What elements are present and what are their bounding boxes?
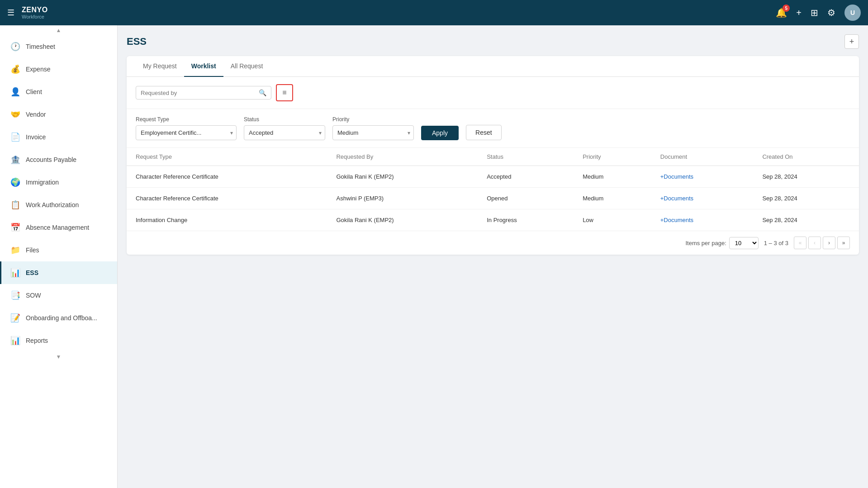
cell-priority: Medium [574,166,651,188]
priority-filter-group: Priority Medium Low High [332,116,414,140]
app-header: ☰ ZENYO Workforce 🔔 5 + ⊞ ⚙ U [0,0,868,25]
sidebar-item-label-absence-management: Absence Management [26,224,89,231]
items-per-page-group: Items per page: 10 5 25 50 [685,237,758,249]
sidebar-item-label-files: Files [26,246,39,254]
cell-document[interactable]: +Documents [651,209,754,231]
sidebar-scroll-up[interactable]: ▲ [0,25,117,35]
sidebar-item-onboarding[interactable]: 📝 Onboarding and Offboa... [0,307,117,329]
table-container: Request Type Requested By Status Priorit… [127,148,859,231]
first-page-button[interactable]: « [794,237,806,249]
table-row: Character Reference Certificate Gokila R… [127,166,859,188]
timesheet-icon: 🕐 [10,42,20,52]
sidebar-item-label-work-authorization: Work Authorization [26,201,79,208]
sidebar-item-absence-management[interactable]: 📅 Absence Management [0,216,117,239]
request-type-select[interactable]: Employement Certific... Character Refere… [136,125,237,140]
tab-worklist[interactable]: Worklist [184,56,223,77]
grid-icon[interactable]: ⊞ [811,7,818,18]
invoice-icon: 📄 [10,132,20,142]
prev-page-button[interactable]: ‹ [808,237,821,249]
search-filter-row: 🔍 ≡ [127,77,859,109]
sidebar-item-expense[interactable]: 💰 Expense [0,58,117,81]
col-request-type: Request Type [127,148,327,166]
table-header: Request Type Requested By Status Priorit… [127,148,859,166]
page-header: ESS + [127,34,859,49]
main-content: ESS + My Request Worklist All Request 🔍 … [118,25,868,488]
cell-created-on: Sep 28, 2024 [753,209,859,231]
sidebar-item-invoice[interactable]: 📄 Invoice [0,126,117,148]
reset-button[interactable]: Reset [466,125,502,140]
sidebar-item-work-authorization[interactable]: 📋 Work Authorization [0,194,117,216]
status-select[interactable]: Accepted Opened In Progress Rejected [244,125,325,140]
immigration-icon: 🌍 [10,177,20,187]
sidebar-item-sow[interactable]: 📑 SOW [0,284,117,307]
sidebar-item-label-invoice: Invoice [26,133,46,141]
sidebar-item-label-client: Client [26,88,42,95]
col-created-on: Created On [753,148,859,166]
avatar[interactable]: U [844,5,861,21]
search-box[interactable]: 🔍 [136,86,271,99]
filter-icon: ≡ [282,89,286,97]
last-page-button[interactable]: » [837,237,850,249]
page-info: 1 – 3 of 3 [764,240,788,246]
client-icon: 👤 [10,87,20,97]
sidebar-item-accounts-payable[interactable]: 🏦 Accounts Payable [0,148,117,171]
cell-status: Accepted [478,166,574,188]
sidebar-item-label-accounts-payable: Accounts Payable [26,156,76,163]
cell-document[interactable]: +Documents [651,166,754,188]
sidebar-scroll-down[interactable]: ▼ [0,352,117,362]
sidebar-item-label-onboarding: Onboarding and Offboa... [26,314,97,322]
col-requested-by: Requested By [327,148,478,166]
cell-status: In Progress [478,209,574,231]
cell-request-type: Character Reference Certificate [127,166,327,188]
col-document: Document [651,148,754,166]
header-right: 🔔 5 + ⊞ ⚙ U [776,5,861,21]
sidebar-item-ess[interactable]: 📊 ESS [0,261,117,284]
settings-icon[interactable]: ⚙ [827,7,835,18]
items-per-page-label: Items per page: [685,240,726,246]
work-auth-icon: 📋 [10,200,20,210]
items-per-page-select[interactable]: 10 5 25 50 [729,237,759,249]
cell-document[interactable]: +Documents [651,188,754,209]
sidebar-item-reports[interactable]: 📊 Reports [0,329,117,352]
cell-created-on: Sep 28, 2024 [753,188,859,209]
files-icon: 📁 [10,245,20,255]
cell-requested-by: Gokila Rani K (EMP2) [327,209,478,231]
add-button-header[interactable]: + [796,8,802,18]
main-layout: ▲ 🕐 Timesheet 💰 Expense 👤 Client 🤝 Vendo… [0,25,868,488]
pagination: Items per page: 10 5 25 50 1 – 3 of 3 « … [127,231,859,255]
logo-text: ZENYO [22,6,48,14]
notification-badge: 5 [783,5,790,12]
tab-all-request[interactable]: All Request [223,56,270,77]
sidebar-item-client[interactable]: 👤 Client [0,81,117,103]
ess-table: Request Type Requested By Status Priorit… [127,148,859,231]
sidebar-item-timesheet[interactable]: 🕐 Timesheet [0,35,117,58]
sidebar-item-label-sow: SOW [26,292,41,299]
search-icon: 🔍 [259,89,266,96]
page-add-button[interactable]: + [844,34,859,49]
tab-my-request[interactable]: My Request [136,56,184,77]
priority-select-wrapper: Medium Low High [332,125,414,140]
logo: ZENYO Workforce [22,6,48,19]
notification-bell[interactable]: 🔔 5 [776,7,787,18]
request-type-label: Request Type [136,116,237,123]
status-filter-group: Status Accepted Opened In Progress Rejec… [244,116,325,140]
next-page-button[interactable]: › [823,237,835,249]
sidebar-item-vendor[interactable]: 🤝 Vendor [0,103,117,126]
cell-requested-by: Gokila Rani K (EMP2) [327,166,478,188]
vendor-icon: 🤝 [10,109,20,119]
sidebar-item-label-expense: Expense [26,66,50,73]
apply-button[interactable]: Apply [421,126,459,140]
reports-icon: 📊 [10,336,20,346]
header-left: ☰ ZENYO Workforce [7,6,48,19]
sidebar-item-immigration[interactable]: 🌍 Immigration [0,171,117,194]
cell-request-type: Information Change [127,209,327,231]
hamburger-menu[interactable]: ☰ [7,8,14,18]
priority-select[interactable]: Medium Low High [332,125,414,140]
page-nav: « ‹ › » [794,237,850,249]
status-select-wrapper: Accepted Opened In Progress Rejected [244,125,325,140]
filter-toggle-button[interactable]: ≡ [276,84,293,101]
search-input[interactable] [141,90,255,96]
cell-request-type: Character Reference Certificate [127,188,327,209]
sidebar-item-files[interactable]: 📁 Files [0,239,117,261]
cell-requested-by: Ashwini P (EMP3) [327,188,478,209]
